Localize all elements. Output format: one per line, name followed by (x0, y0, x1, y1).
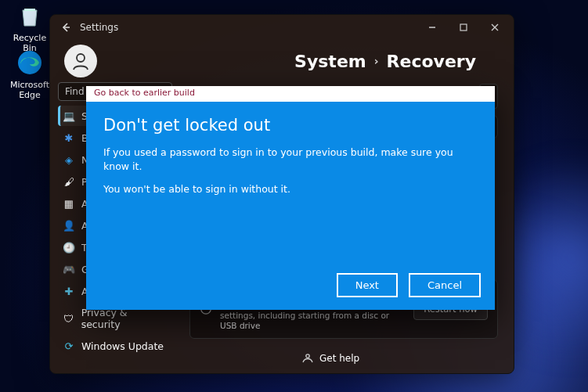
accessibility-icon: ✚ (63, 285, 75, 297)
user-avatar[interactable] (64, 45, 97, 77)
accounts-icon: 👤 (63, 219, 75, 232)
breadcrumb-parent[interactable]: System (294, 52, 366, 71)
edge-icon (14, 47, 45, 78)
update-icon: ⟳ (63, 340, 75, 352)
apps-icon: ▦ (63, 197, 75, 210)
gaming-icon: 🎮 (63, 263, 75, 275)
window-title: Settings (80, 22, 118, 33)
svg-rect-1 (460, 24, 467, 31)
help-icon (302, 353, 313, 364)
system-icon: 💻 (63, 110, 75, 122)
breadcrumb: System › Recovery (294, 52, 476, 71)
dialog-header: Go back to earlier build (86, 86, 495, 102)
shield-icon: 🛡 (63, 312, 75, 325)
sidebar-item-label: Privacy & security (81, 307, 168, 330)
close-button[interactable] (479, 15, 510, 40)
breadcrumb-current: Recovery (387, 52, 476, 71)
get-help-link[interactable]: Get help (302, 353, 359, 364)
personalization-icon: 🖌 (63, 175, 75, 188)
get-help-label: Get help (319, 353, 359, 364)
cancel-button[interactable]: Cancel (409, 273, 481, 297)
go-back-dialog: Go back to earlier build Don't get locke… (86, 86, 495, 310)
next-button[interactable]: Next (337, 273, 398, 297)
desktop-icon-edge[interactable]: Microsoft Edge (8, 47, 52, 100)
desktop-icon-recycle-bin[interactable]: Recycle Bin (8, 0, 52, 53)
recycle-bin-icon (14, 0, 45, 31)
clock-icon: 🕘 (63, 241, 75, 254)
back-button[interactable] (58, 22, 74, 33)
sidebar-item-label: Windows Update (81, 340, 164, 352)
bluetooth-icon: ✱ (63, 131, 75, 144)
dialog-text-2: You won't be able to sign in without it. (103, 182, 478, 196)
network-icon: ◈ (63, 153, 75, 166)
svg-point-2 (77, 54, 85, 62)
chevron-right-icon: › (374, 55, 379, 67)
dialog-text-1: If you used a password to sign in to you… (103, 146, 478, 173)
sidebar-item-update[interactable]: ⟳ Windows Update (58, 336, 172, 356)
titlebar: Settings (50, 15, 514, 40)
svg-point-4 (306, 354, 309, 358)
dialog-title: Don't get locked out (103, 116, 478, 135)
minimize-button[interactable] (417, 15, 448, 40)
maximize-button[interactable] (448, 15, 479, 40)
desktop-icon-label: Microsoft Edge (8, 80, 52, 100)
